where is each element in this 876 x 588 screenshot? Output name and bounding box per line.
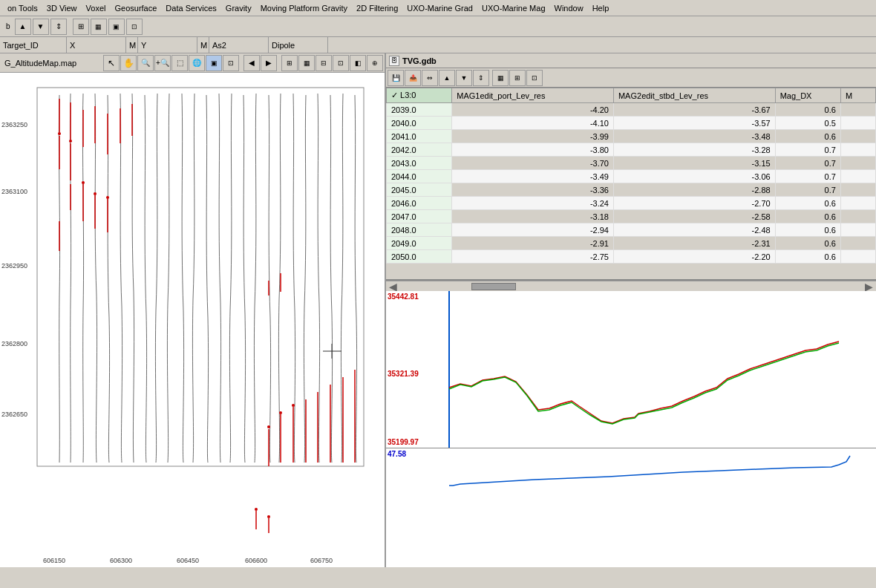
table-row[interactable]: 2045.0 -3.36 -2.88 0.7 (387, 183, 876, 197)
map-filename: G_AltitudeMap.map (1, 57, 79, 69)
db-btn-grid[interactable]: ▦ (492, 70, 509, 86)
map-svg (0, 73, 385, 567)
toolbar-table3[interactable]: ⊡ (126, 19, 143, 35)
db-window-title: TVG.gdb (402, 56, 437, 65)
table-row[interactable]: 2044.0 -3.49 -3.06 0.7 (387, 170, 876, 183)
th-mag2[interactable]: MAG2edit_stbd_Lev_res (613, 88, 775, 103)
db-icon: 🗄 (389, 56, 399, 66)
map-tool-pointer[interactable]: ↖ (103, 55, 120, 71)
menu-3d-view[interactable]: 3D View (42, 2, 82, 14)
th-l3[interactable]: ✓ L3:0 (387, 88, 452, 103)
toolbar-down[interactable]: ▼ (33, 19, 49, 35)
col-marker-x: M (126, 37, 138, 53)
db-btn-table2[interactable]: ⊡ (526, 70, 543, 86)
svg-point-10 (267, 515, 270, 518)
menu-data-services[interactable]: Data Services (161, 2, 220, 14)
map-tool-select1[interactable]: ▣ (206, 55, 222, 71)
map-tool-r4[interactable]: ⊡ (333, 55, 349, 71)
db-btn-1[interactable]: 💾 (388, 70, 404, 86)
table-row[interactable]: 2041.0 -3.99 -3.48 0.6 (387, 130, 876, 143)
chart2-y-top: 47.58 (388, 450, 406, 458)
menu-uxo-marine-grad[interactable]: UXO-Marine Grad (402, 2, 477, 14)
toolbar-table2[interactable]: ▣ (108, 19, 125, 35)
col-header-target-id[interactable]: Target_ID (0, 37, 67, 53)
db-btn-collapse[interactable]: ⇔ (422, 70, 438, 86)
table-row[interactable]: 2046.0 -3.24 -2.70 0.6 (387, 197, 876, 210)
db-title-bar: 🗄 TVG.gdb (386, 53, 876, 68)
th-mag1[interactable]: MAG1edit_port_Lev_res (452, 88, 614, 103)
chart1-svg (386, 291, 876, 448)
table-row[interactable]: 2040.0 -4.10 -3.57 0.5 (387, 117, 876, 130)
map-tool-r6[interactable]: ⊕ (367, 55, 383, 71)
col-header-y[interactable]: Y (138, 37, 197, 53)
table-row[interactable]: 2042.0 -3.80 -3.28 0.7 (387, 143, 876, 157)
map-tool-r1[interactable]: ⊞ (281, 55, 298, 71)
col-marker-y: M (197, 37, 209, 53)
data-table: ✓ L3:0 MAG1edit_port_Lev_res MAG2edit_st… (386, 88, 876, 264)
map-tool-r3[interactable]: ⊟ (316, 55, 332, 71)
scroll-thumb[interactable] (471, 283, 516, 290)
toolbar-table1[interactable]: ▦ (91, 19, 107, 35)
svg-rect-0 (37, 88, 364, 466)
col-header-as2[interactable]: As2 (209, 37, 269, 53)
right-panel: 🗄 TVG.gdb 💾 📤 ⇔ ▲ ▼ ⇕ ▦ ⊞ ⊡ ✓ L3:0 MAG1e… (386, 53, 876, 567)
svg-point-7 (279, 411, 282, 414)
column-header-row: Target_ID X M Y M As2 Dipole (0, 37, 876, 53)
menu-help[interactable]: Help (588, 2, 614, 14)
col-header-dipole[interactable]: Dipole (269, 37, 328, 53)
toolbar-grid[interactable]: ⊞ (73, 19, 89, 35)
svg-point-4 (94, 192, 97, 195)
table-row[interactable]: 2039.0 -4.20 -3.67 0.6 (387, 103, 876, 117)
svg-point-8 (292, 404, 295, 407)
map-tool-r5[interactable]: ◧ (350, 55, 366, 71)
map-canvas: 2363250 2363100 2362950 2362800 2362650 … (0, 73, 385, 567)
menu-geosurface[interactable]: Geosurface (110, 2, 161, 14)
map-tool-magnify-minus[interactable]: 🔍 (137, 55, 154, 71)
db-btn-updown[interactable]: ⇕ (473, 70, 489, 86)
svg-point-2 (69, 140, 72, 143)
map-panel: G_AltitudeMap.map ↖ ✋ 🔍 +🔍 ⬚ 🌐 ▣ ⊡ ◀ ▶ ⊞… (0, 53, 386, 567)
horizontal-scrollbar[interactable]: ◀ ▶ (386, 281, 876, 291)
menu-bar: on Tools 3D View Voxel Geosurface Data S… (0, 0, 876, 16)
table-row[interactable]: 2049.0 -2.91 -2.31 0.6 (387, 237, 876, 250)
db-toolbar: 💾 📤 ⇔ ▲ ▼ ⇕ ▦ ⊞ ⊡ (386, 68, 876, 88)
chart1-y-max: 35442.81 (388, 293, 419, 301)
chart-panel-1: 35442.81 35321.39 35199.97 (386, 291, 876, 448)
db-btn-down[interactable]: ▼ (456, 70, 472, 86)
chart2-svg (386, 448, 876, 567)
menu-voxel[interactable]: Voxel (82, 2, 111, 14)
toolbar-updown[interactable]: ⇕ (50, 19, 67, 35)
th-dx[interactable]: Mag_DX (775, 88, 840, 103)
db-btn-table[interactable]: ⊞ (509, 70, 526, 86)
table-row[interactable]: 2047.0 -3.18 -2.58 0.6 (387, 210, 876, 223)
map-tool-r2[interactable]: ▦ (298, 55, 315, 71)
map-tool-magnify-box[interactable]: ⬚ (171, 55, 188, 71)
table-row[interactable]: 2048.0 -2.94 -2.48 0.6 (387, 223, 876, 237)
map-tool-magnify-plus[interactable]: +🔍 (154, 55, 171, 71)
main-content: G_AltitudeMap.map ↖ ✋ 🔍 +🔍 ⬚ 🌐 ▣ ⊡ ◀ ▶ ⊞… (0, 53, 876, 567)
db-btn-2[interactable]: 📤 (405, 70, 421, 86)
map-tool-globe[interactable]: 🌐 (189, 55, 205, 71)
menu-gravity[interactable]: Gravity (221, 2, 256, 14)
svg-point-5 (106, 196, 109, 199)
th-m[interactable]: M (840, 88, 875, 103)
col-header-x[interactable]: X (67, 37, 126, 53)
map-tool-select2[interactable]: ⊡ (223, 55, 239, 71)
toolbar-up[interactable]: ▲ (15, 19, 31, 35)
menu-2d-filtering[interactable]: 2D Filtering (352, 2, 402, 14)
table-row[interactable]: 2050.0 -2.75 -2.20 0.6 (387, 250, 876, 264)
menu-moving-platform-gravity[interactable]: Moving Platform Gravity (256, 2, 352, 14)
menu-uxo-marine-mag[interactable]: UXO-Marine Mag (477, 2, 550, 14)
menu-on-tools[interactable]: on Tools (3, 2, 42, 14)
db-btn-up[interactable]: ▲ (439, 70, 455, 86)
map-tool-hand[interactable]: ✋ (120, 55, 137, 71)
data-table-container: ✓ L3:0 MAG1edit_port_Lev_res MAG2edit_st… (386, 88, 876, 281)
chart1-y-mid: 35321.39 (388, 370, 419, 378)
map-toolbar: G_AltitudeMap.map ↖ ✋ 🔍 +🔍 ⬚ 🌐 ▣ ⊡ ◀ ▶ ⊞… (0, 53, 385, 73)
map-nav-left[interactable]: ◀ (243, 55, 260, 71)
menu-window[interactable]: Window (550, 2, 588, 14)
svg-point-3 (82, 181, 85, 184)
svg-point-1 (58, 132, 61, 135)
table-row[interactable]: 2043.0 -3.70 -3.15 0.7 (387, 157, 876, 170)
map-nav-right[interactable]: ▶ (261, 55, 277, 71)
